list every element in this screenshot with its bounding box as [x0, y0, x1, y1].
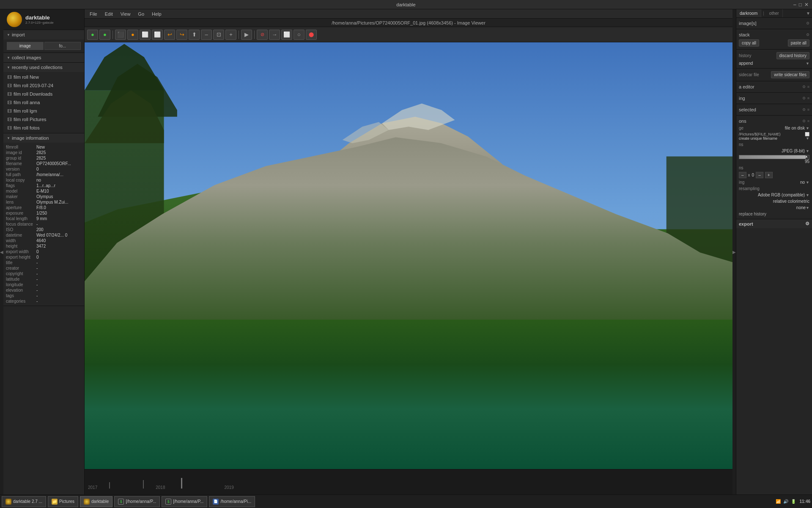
unique-filename-arrow[interactable]: ▼	[806, 136, 809, 141]
tagging-list-icon[interactable]: ≡	[807, 96, 809, 100]
height-plus-button[interactable]: +	[765, 172, 773, 178]
left-panel-toggle[interactable]: ◀	[0, 9, 3, 494]
import-header[interactable]: ▼ import	[3, 30, 84, 39]
redo-icon: ↪	[180, 31, 184, 38]
storage-dropdown-arrow[interactable]: ▼	[806, 126, 809, 130]
geotagging-header: selected ⚙ ≡	[739, 106, 809, 113]
images-settings-icon[interactable]: ⚙	[806, 21, 809, 25]
print-button[interactable]: ●	[127, 30, 138, 40]
expand-arrow-icon[interactable]: ▼	[804, 9, 812, 17]
width-minus-button[interactable]: –	[739, 172, 746, 178]
flag-button[interactable]: ⬤	[306, 30, 317, 40]
tagging-settings-icon[interactable]: ⚙	[802, 96, 806, 100]
stack-section: stack ⚙ copy all paste all	[736, 29, 812, 50]
move-button[interactable]: ⬛	[115, 30, 126, 40]
file-path-browse-icon[interactable]: ⬜	[805, 132, 809, 136]
play-button[interactable]: ▶	[241, 30, 252, 40]
tab-other[interactable]: other	[766, 9, 783, 17]
write-sidecar-button[interactable]: write sidecar files	[771, 71, 809, 78]
height-minus-button[interactable]: –	[756, 172, 763, 178]
collection-item-2[interactable]: 🎞film roll Downloads	[3, 90, 84, 98]
zoom-in-button[interactable]: +	[225, 30, 236, 40]
copy-button[interactable]: ⬜	[140, 30, 151, 40]
metadata-info-icon[interactable]: ≡	[807, 85, 809, 89]
reject-button[interactable]: ⊘	[257, 30, 268, 40]
upscaling-dropdown-arrow[interactable]: ▼	[806, 180, 809, 185]
tagging-section: ing ⚙ ≡	[736, 93, 812, 104]
taskbar-app-file[interactable]: 📄 /home/anna/Pi...	[209, 496, 255, 507]
taskbar-app-terminal1[interactable]: $ [/home/anna/P...	[114, 496, 160, 507]
svg-rect-9	[667, 157, 732, 469]
menu-edit[interactable]: Edit	[102, 11, 116, 17]
quality-bar[interactable]: ▲	[739, 155, 809, 159]
zoom-out-button[interactable]: –	[201, 30, 212, 40]
export-gear-icon[interactable]: ⚙	[805, 221, 809, 226]
prev-image-button[interactable]: ●	[87, 30, 98, 40]
discard-history-button[interactable]: discard history	[776, 52, 809, 59]
zoom-fit-button[interactable]: ⊡	[213, 30, 224, 40]
image-info-header[interactable]: ▼ image information	[3, 133, 84, 143]
info-row-elevation: elevation-	[6, 287, 82, 293]
info-value-15: 200	[36, 227, 44, 232]
collection-label-0: film roll New	[14, 75, 39, 80]
info-value-23: -	[36, 271, 38, 276]
geotagging-settings-icon[interactable]: ⚙	[802, 108, 806, 112]
undo-button[interactable]: ↩	[164, 30, 175, 40]
metadata-settings-icon[interactable]: ⚙	[802, 85, 806, 89]
svg-point-16	[594, 308, 634, 316]
collection-item-5[interactable]: 🎞film roll Pictures	[3, 115, 84, 124]
menu-file[interactable]: File	[86, 11, 101, 17]
collect-images-header[interactable]: ▼ collect images	[3, 53, 84, 62]
collection-item-4[interactable]: 🎞film roll lgm	[3, 107, 84, 115]
format-dropdown-arrow[interactable]: ▼	[806, 149, 809, 153]
taskbar-icon-5: $	[165, 499, 171, 505]
taskbar-icon-1	[5, 499, 11, 505]
taskbar-app-1[interactable]: darktable 2.7 ...	[2, 496, 46, 507]
none-dropdown-arrow[interactable]: ▼	[806, 206, 809, 210]
rotate-button[interactable]: ○	[294, 30, 304, 40]
crop-button[interactable]: ⬜	[281, 30, 292, 40]
image-info-arrow-icon: ▼	[7, 136, 10, 140]
export-label[interactable]: export	[739, 221, 753, 226]
menu-view[interactable]: View	[117, 11, 134, 17]
resampling-dropdown-arrow[interactable]: ▼	[806, 193, 809, 197]
maximize-button[interactable]: □	[799, 2, 802, 8]
minimize-button[interactable]: –	[793, 2, 796, 8]
taskbar-app-terminal2[interactable]: $ [/home/anna/P...	[162, 496, 207, 507]
quality-fill	[739, 155, 806, 159]
import-tab-image[interactable]: image	[7, 42, 44, 50]
append-arrow-icon[interactable]: ▼	[806, 61, 809, 66]
collection-item-3[interactable]: 🎞film roll anna	[3, 98, 84, 107]
forward-button[interactable]: →	[269, 30, 280, 40]
right-panel-toggle[interactable]: ▶	[732, 9, 736, 494]
taskbar-app-darktable[interactable]: darktable	[80, 496, 112, 507]
export-settings-icon[interactable]: ⚙	[802, 119, 806, 123]
info-row-image-id: image id2825	[6, 150, 82, 155]
info-value-20: 0	[36, 255, 39, 260]
info-label-10: lens	[6, 200, 36, 204]
export-list-icon[interactable]: ≡	[807, 119, 809, 123]
system-tray: 📶 🔊 🔋	[776, 499, 796, 504]
next-image-button[interactable]: ●	[99, 30, 110, 40]
upload-button[interactable]: ⬆	[189, 30, 200, 40]
info-label-11: aperture	[6, 205, 36, 210]
collection-item-6[interactable]: 🎞film roll fotos	[3, 124, 84, 132]
recently-used-header[interactable]: ▼ recently used collections	[3, 63, 84, 72]
menu-help[interactable]: Help	[148, 11, 165, 17]
menu-go[interactable]: Go	[134, 11, 148, 17]
paste-all-button[interactable]: paste all	[788, 39, 809, 47]
redo-button[interactable]: ↪	[176, 30, 187, 40]
metadata-section: a editor ⚙ ≡	[736, 81, 812, 93]
geotagging-list-icon[interactable]: ≡	[807, 108, 809, 112]
info-label-1: image id	[6, 150, 36, 155]
stack-settings-icon[interactable]: ⚙	[806, 33, 809, 37]
close-button[interactable]: ✕	[804, 2, 809, 8]
taskbar-app-pictures[interactable]: 📁 Pictures	[48, 496, 78, 507]
copy-all-button[interactable]: copy all	[739, 39, 759, 47]
collection-item-0[interactable]: 🎞film roll New	[3, 73, 84, 81]
import-tab-folder[interactable]: fo...	[44, 42, 81, 50]
collection-item-1[interactable]: 🎞film roll 2019-07-24	[3, 81, 84, 90]
tab-darkroom[interactable]: darkroom	[736, 9, 761, 17]
delete-button[interactable]: ⬜	[152, 30, 163, 40]
info-label-9: maker	[6, 194, 36, 199]
